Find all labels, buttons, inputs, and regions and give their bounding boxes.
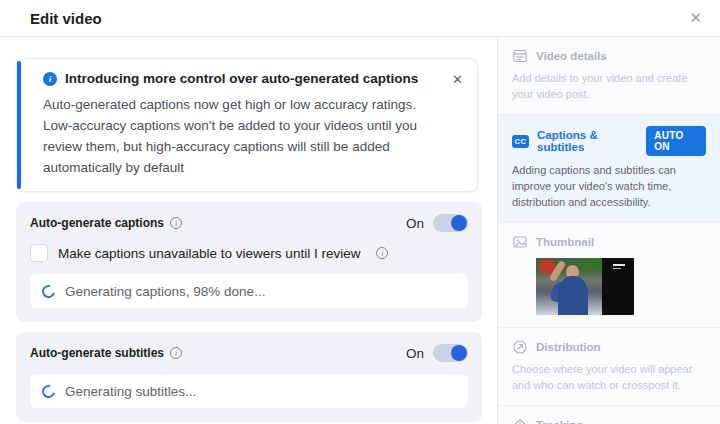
review-captions-checkbox[interactable] — [30, 244, 48, 262]
subtitles-toggle-state-label: On — [406, 346, 424, 361]
sidebar-item-distribution[interactable]: Distribution Choose where your video wil… — [498, 328, 720, 406]
captions-progress-text: Generating captions, 98% done... — [65, 284, 265, 299]
spinner-icon — [40, 282, 58, 300]
banner-close-icon[interactable]: ✕ — [452, 72, 463, 87]
subtitles-toggle[interactable] — [433, 344, 468, 362]
subtitles-progress-box: Generating subtitles... — [30, 374, 468, 408]
auto-on-badge[interactable]: AUTO ON — [646, 126, 706, 156]
captions-toggle[interactable] — [433, 214, 468, 232]
image-icon — [512, 234, 528, 250]
captions-toggle-state-label: On — [406, 216, 424, 231]
captions-progress-box: Generating captions, 98% done... — [30, 274, 468, 308]
banner-body-text: Auto-generated captions now get high or … — [43, 94, 443, 178]
sidebar-item-captions-subtitles[interactable]: CC Captions & subtitles AUTO ON Adding c… — [498, 115, 720, 223]
sidebar-item-video-details[interactable]: Video details Add details to your video … — [498, 37, 720, 115]
toggle-knob — [451, 215, 467, 231]
auto-generate-subtitles-label: Auto-generate subtitles — [30, 346, 164, 360]
sidebar-item-label: Distribution — [536, 341, 601, 353]
sidebar-item-label: Tracking — [536, 419, 583, 424]
thumbnail-detail — [558, 276, 588, 315]
toggle-knob — [451, 345, 467, 361]
close-icon[interactable]: ✕ — [689, 9, 702, 27]
info-icon: i — [43, 72, 57, 86]
share-icon — [512, 339, 528, 355]
main-panel: i Introducing more control over auto-gen… — [0, 37, 497, 424]
auto-generate-captions-label: Auto-generate captions — [30, 216, 164, 230]
info-icon[interactable]: i — [170, 217, 182, 229]
sidebar-item-tracking[interactable]: Tracking Add labels to help you manage a… — [498, 406, 720, 424]
thumbnail-detail — [613, 264, 625, 266]
auto-generate-captions-card: Auto-generate captions i On Make caption… — [16, 202, 482, 322]
thumbnail-detail — [578, 258, 602, 270]
sidebar-item-label: Captions & subtitles — [537, 129, 638, 153]
dialog-header: Edit video ✕ — [0, 0, 720, 37]
sidebar-item-label: Thumbnail — [536, 236, 594, 248]
tag-icon — [512, 417, 528, 424]
sidebar-item-description: Choose where your video will appear and … — [512, 361, 706, 393]
video-thumbnail-preview[interactable] — [536, 258, 634, 315]
subtitles-progress-text: Generating subtitles... — [65, 384, 196, 399]
sidebar-item-thumbnail[interactable]: Thumbnail — [498, 223, 720, 328]
sidebar-item-description: Adding captions and subtitles can improv… — [512, 162, 706, 210]
auto-generate-subtitles-card: Auto-generate subtitles i On Generating … — [16, 332, 482, 422]
info-icon[interactable]: i — [170, 347, 182, 359]
review-captions-checkbox-label: Make captions unavailable to viewers unt… — [58, 246, 360, 261]
sidebar-item-description: Add details to your video and create you… — [512, 70, 706, 102]
banner-accent-bar — [17, 61, 21, 189]
banner-title: Introducing more control over auto-gener… — [65, 71, 418, 86]
sidebar-item-label: Video details — [536, 50, 607, 62]
steps-sidebar: Video details Add details to your video … — [497, 37, 720, 424]
info-icon[interactable]: i — [376, 247, 388, 259]
dialog-title: Edit video — [30, 10, 102, 27]
spinner-icon — [40, 382, 58, 400]
captions-info-banner: i Introducing more control over auto-gen… — [16, 58, 478, 192]
thumbnail-detail — [613, 268, 621, 269]
document-icon — [512, 48, 528, 64]
cc-icon: CC — [512, 135, 529, 148]
